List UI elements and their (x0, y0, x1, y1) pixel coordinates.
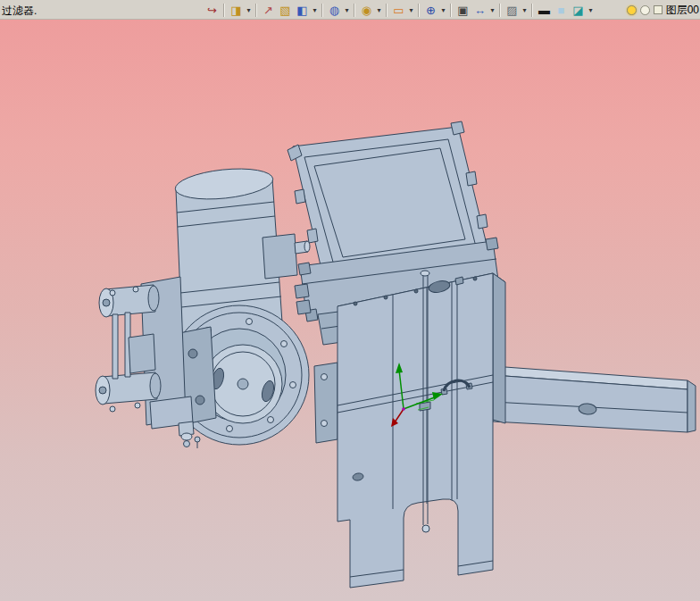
toolbar-separator (354, 4, 355, 17)
dropdown-arrow-icon[interactable]: ▾ (407, 3, 415, 18)
toolbar-separator (450, 4, 452, 17)
viewport-canvas[interactable] (0, 20, 700, 601)
line-width-icon[interactable]: ▬ (536, 2, 553, 19)
light-on-icon[interactable] (627, 5, 637, 15)
layer-toolbar: 图层00 (627, 1, 700, 19)
model-beam[interactable] (493, 366, 696, 432)
toolbar-separator (386, 4, 388, 17)
dropdown-arrow-icon[interactable]: ▾ (311, 3, 319, 18)
locate-icon[interactable]: ⊕ (422, 2, 439, 19)
sketch-pen-icon[interactable]: ↗ (260, 2, 277, 19)
dropdown-arrow-icon[interactable]: ▾ (488, 3, 496, 18)
toolbar-separator (255, 4, 257, 17)
toolbar-separator (418, 4, 420, 17)
dimension-icon[interactable]: ↔ (471, 2, 488, 19)
toolbar: 过滤器. ↪◨▾↗▧◧▾◍▾◉▾▭▾⊕▾▣↔▾▨▾▬■◪▾ 图层00 (0, 0, 700, 20)
light-off-icon[interactable] (640, 5, 650, 15)
extrude-box-icon[interactable]: ▧ (277, 2, 294, 19)
dropdown-arrow-icon[interactable]: ▾ (343, 3, 351, 18)
model-gearbox[interactable] (338, 271, 505, 588)
style-fill-icon[interactable]: ◨ (228, 2, 245, 19)
layer-color-swatch[interactable] (654, 5, 662, 14)
dropdown-arrow-icon[interactable]: ▾ (521, 3, 529, 18)
toolbar-separator (321, 4, 323, 17)
fan-pattern-icon[interactable]: ◉ (358, 2, 375, 19)
dropdown-arrow-icon[interactable]: ▾ (375, 3, 383, 18)
bg-color-icon[interactable]: ■ (553, 2, 570, 19)
layer-name[interactable]: 图层00 (666, 3, 699, 18)
sphere-feature-icon[interactable]: ◍ (326, 2, 343, 19)
solid-cube-icon[interactable]: ◧ (294, 2, 311, 19)
center-point-icon[interactable]: ▣ (454, 2, 471, 19)
dropdown-arrow-icon[interactable]: ▾ (587, 3, 595, 18)
model-3d[interactable] (0, 20, 700, 601)
display-mode-icon[interactable]: ▨ (504, 2, 521, 19)
toolbar-separator (499, 4, 501, 17)
model-side-plate[interactable] (314, 363, 338, 443)
finish-sketch-icon[interactable]: ↪ (204, 2, 221, 19)
sketch-plane-icon[interactable]: ▭ (390, 2, 407, 19)
layers-icon[interactable]: ◪ (570, 2, 587, 19)
toolbar-separator (223, 4, 225, 17)
filter-prompt: 过滤器. (2, 4, 37, 19)
toolbar-icons: ↪◨▾↗▧◧▾◍▾◉▾▭▾⊕▾▣↔▾▨▾▬■◪▾ (204, 1, 595, 19)
dropdown-arrow-icon[interactable]: ▾ (439, 3, 447, 18)
dropdown-arrow-icon[interactable]: ▾ (245, 3, 253, 18)
toolbar-separator (531, 4, 533, 17)
